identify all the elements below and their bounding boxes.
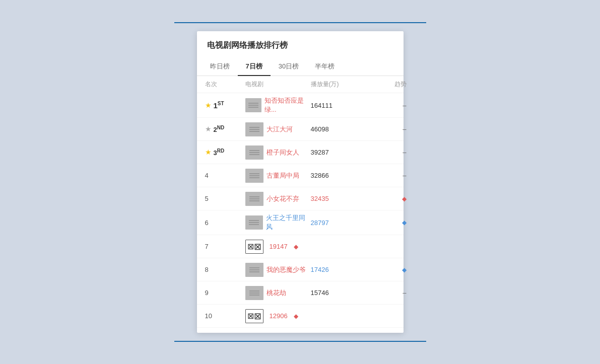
col-rank: 名次 xyxy=(205,80,245,89)
bottom-decorative-line xyxy=(174,341,426,342)
media-cell-3: 橙子间女人 xyxy=(245,145,311,160)
drama-name-2[interactable]: 大江大河 xyxy=(266,125,293,134)
col-plays: 播放量(万) xyxy=(311,80,371,89)
thumbnail-3 xyxy=(245,145,263,160)
rank-cell-7: 7 xyxy=(205,243,245,250)
play-count-4: 32866 xyxy=(311,172,371,179)
thumbnail-6 xyxy=(245,215,263,230)
rank-cell-4: 4 xyxy=(205,172,245,179)
tab-yesterday[interactable]: 昨日榜 xyxy=(202,58,238,76)
table-header: 名次 电视剧 播放量(万) 趋势 xyxy=(197,76,404,93)
rank-number-10: 10 xyxy=(205,312,212,320)
rank-cell-6: 6 xyxy=(205,219,245,227)
play-count-10: 12906 xyxy=(270,312,288,320)
trend-6: ◆ xyxy=(371,219,407,226)
rank-number-1: 1ST xyxy=(214,101,224,110)
table-row: 10 ⊠ 12906 ◆ xyxy=(197,305,404,328)
drama-name-5[interactable]: 小女花不弃 xyxy=(266,194,299,203)
trend-1: – xyxy=(371,102,407,109)
drama-name-4[interactable]: 古董局中局 xyxy=(266,171,299,180)
ranking-card: 电视剧网络播放排行榜 昨日榜 7日榜 30日榜 半年榜 名次 电视剧 播放量(万… xyxy=(197,31,404,333)
rank-cell-2: ★ 2ND xyxy=(205,125,245,133)
rank-number-5: 5 xyxy=(205,195,209,202)
play-count-6: 28797 xyxy=(311,219,371,227)
trend-inline-7: ◆ xyxy=(294,243,298,250)
trend-8: ◆ xyxy=(371,266,407,273)
drama-name-3[interactable]: 橙子间女人 xyxy=(266,148,299,157)
col-trend: 趋势 xyxy=(371,80,407,89)
thumbnail-5 xyxy=(245,192,263,206)
drama-name-9[interactable]: 桃花劫 xyxy=(266,288,286,298)
rank-number-3: 3RD xyxy=(214,148,225,157)
col-drama: 电视剧 xyxy=(245,80,311,89)
media-cell-8: 我的恶魔少爷 xyxy=(245,263,311,277)
table-row: 4 古董局中局 32866 – xyxy=(197,164,404,187)
table-row: 8 我的恶魔少爷 17426 ◆ xyxy=(197,258,404,281)
tab-month[interactable]: 30日榜 xyxy=(271,58,307,76)
table-row: 5 小女花不弃 32435 ◆ xyxy=(197,187,404,210)
table-row: 7 ⊠ 19147 ◆ xyxy=(197,235,404,258)
rank-number-4: 4 xyxy=(205,172,209,179)
rank-number-9: 9 xyxy=(205,289,209,297)
play-count-5: 32435 xyxy=(311,195,371,202)
rank-number-2: 2ND xyxy=(214,125,225,133)
drama-name-1[interactable]: 知否知否应是绿... xyxy=(264,96,311,114)
tab-bar: 昨日榜 7日榜 30日榜 半年榜 xyxy=(197,58,404,76)
media-cell-9: 桃花劫 xyxy=(245,286,311,300)
rank-cell-9: 9 xyxy=(205,289,245,297)
media-cell-10: ⊠ 12906 ◆ xyxy=(245,309,311,323)
thumbnail-1 xyxy=(245,98,261,112)
thumbnail-4 xyxy=(245,169,263,183)
rank-number-8: 8 xyxy=(205,266,209,273)
play-count-9: 15746 xyxy=(311,289,371,297)
star-icon-gold-3: ★ xyxy=(205,148,212,156)
trend-9: – xyxy=(371,289,407,297)
media-cell-2: 大江大河 xyxy=(245,122,311,136)
thumbnail-broken-10: ⊠ xyxy=(245,309,263,323)
table-row: 9 桃花劫 15746 – xyxy=(197,281,404,305)
table-row: ★ 3RD 橙子间女人 39287 – xyxy=(197,141,404,164)
star-icon-silver-2: ★ xyxy=(205,125,212,133)
media-cell-6: 火王之千里同风 xyxy=(245,213,311,232)
thumbnail-2 xyxy=(245,122,263,136)
media-cell-7: ⊠ 19147 ◆ xyxy=(245,240,311,254)
drama-name-8[interactable]: 我的恶魔少爷 xyxy=(266,265,306,274)
trend-2: – xyxy=(371,125,407,133)
trend-4: – xyxy=(371,172,407,179)
play-count-8: 17426 xyxy=(311,266,371,273)
thumbnail-8 xyxy=(245,263,263,277)
card-title: 电视剧网络播放排行榜 xyxy=(197,31,404,58)
table-row: ★ 1ST 知否知否应是绿... 164111 – xyxy=(197,93,404,118)
rank-number-7: 7 xyxy=(205,243,209,250)
media-cell-5: 小女花不弃 xyxy=(245,192,311,206)
tab-halfyear[interactable]: 半年榜 xyxy=(307,58,343,76)
thumbnail-9 xyxy=(245,286,263,300)
tab-week[interactable]: 7日榜 xyxy=(238,58,271,76)
rank-cell-1: ★ 1ST xyxy=(205,101,245,110)
top-decorative-line xyxy=(174,22,426,23)
rank-number-6: 6 xyxy=(205,219,209,227)
drama-name-6[interactable]: 火王之千里同风 xyxy=(266,213,311,232)
media-cell-4: 古董局中局 xyxy=(245,169,311,183)
table-row: 6 火王之千里同风 28797 ◆ xyxy=(197,210,404,235)
rank-cell-3: ★ 3RD xyxy=(205,148,245,157)
trend-inline-10: ◆ xyxy=(294,313,298,320)
star-icon-gold-1: ★ xyxy=(205,101,212,109)
play-count-3: 39287 xyxy=(311,149,371,156)
play-count-1: 164111 xyxy=(311,102,371,109)
table-row: ★ 2ND 大江大河 46098 – xyxy=(197,118,404,141)
play-count-7: 19147 xyxy=(270,243,288,250)
play-count-2: 46098 xyxy=(311,125,371,133)
trend-3: – xyxy=(371,149,407,156)
media-cell-1: 知否知否应是绿... xyxy=(245,96,311,114)
thumbnail-broken-7: ⊠ xyxy=(245,240,263,254)
rank-cell-10: 10 xyxy=(205,312,245,320)
rank-cell-8: 8 xyxy=(205,266,245,273)
rank-cell-5: 5 xyxy=(205,195,245,202)
trend-5: ◆ xyxy=(371,195,407,202)
